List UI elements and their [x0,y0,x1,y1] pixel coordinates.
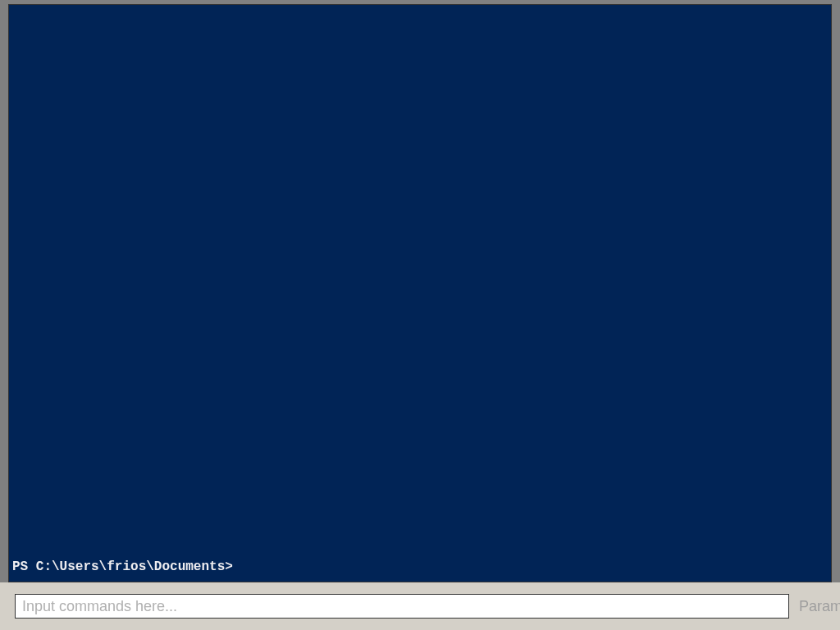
command-input[interactable] [15,594,789,619]
prompt-text: PS C:\Users\frios\Documents> [12,559,233,574]
terminal-output: PS C:\Users\frios\Documents> [9,558,831,582]
bottom-bar: Param [0,582,840,630]
terminal-pane[interactable]: PS C:\Users\frios\Documents> [8,4,832,582]
param-label: Param [799,598,840,615]
prompt-line: PS C:\Users\frios\Documents> [12,559,828,575]
